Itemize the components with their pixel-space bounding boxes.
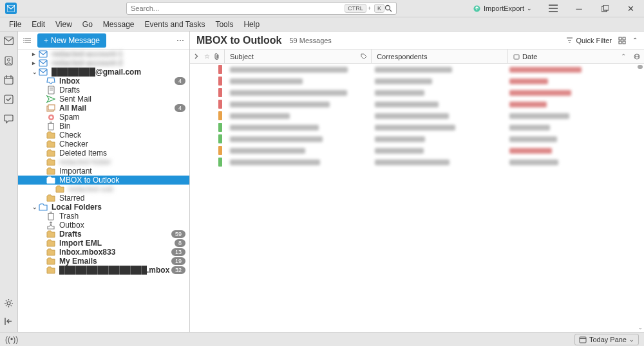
folder-mbox-to-outlook[interactable]: MBOX to Outlook [18,176,189,185]
more-options-icon[interactable]: ⋯ [176,36,184,45]
message-list[interactable]: ⌄ [190,64,644,332]
local-folders-root[interactable]: ⌄Local Folders [18,203,189,212]
tree-chevron-icon[interactable]: ▸ [32,60,39,66]
subject-column-label: Subject [230,53,254,60]
vertical-scrollbar[interactable]: ⌄ [636,64,644,332]
subject-blur [230,67,348,73]
local-folder-import-eml[interactable]: Import EML8 [18,239,189,248]
thread-column-icon[interactable] [194,53,200,59]
message-row[interactable] [190,75,644,87]
svg-point-21 [23,42,24,43]
menu-help[interactable]: Help [238,19,265,30]
svg-rect-35 [48,214,53,220]
col-mini-icons[interactable]: ☆ [190,50,225,63]
menubar: File Edit View Go Message Events and Tas… [0,17,644,32]
folder-icon [46,158,55,167]
message-row[interactable] [190,156,644,168]
message-row[interactable] [190,133,644,145]
tag-column-icon[interactable] [361,53,367,60]
local-folder-trash[interactable]: Trash [18,212,189,221]
main-area: + New Message ⋯ ▸redacted-account-1▸reda… [0,32,644,332]
folder-mode-icon[interactable] [23,37,32,44]
settings-rail-icon[interactable] [4,298,14,309]
account-item[interactable]: ▸redacted-account-1 [18,50,189,59]
subject-column-header[interactable]: Subject [225,50,372,63]
folder-label: Important [59,167,185,176]
folder-icon [46,239,55,248]
menu-message[interactable]: Message [98,19,140,30]
local-folder-outbox[interactable]: Outbox [18,221,189,230]
folder-checker[interactable]: Checker [18,140,189,149]
quick-filter-button[interactable]: Quick Filter [566,37,612,44]
chat-rail-icon[interactable] [4,114,14,124]
folder-icon [46,167,55,176]
unread-badge: 4 [175,104,185,112]
app-icon[interactable] [5,3,17,14]
collapse-rail-icon[interactable] [4,316,14,327]
menu-go[interactable]: Go [77,19,98,30]
star-column-icon[interactable]: ☆ [204,53,210,60]
folder-inbox[interactable]: Inbox4 [18,77,189,86]
tree-chevron-icon[interactable]: ⌄ [32,204,39,210]
import-export-button[interactable]: ImportExport ⌄ [469,3,536,14]
folder-drafts[interactable]: Drafts [18,86,189,95]
scroll-thumb[interactable] [638,65,643,69]
local-folder-drafts[interactable]: Drafts59 [18,230,189,239]
scroll-down-icon[interactable]: ⌄ [638,325,643,331]
column-picker-icon[interactable] [634,53,640,60]
online-status-icon[interactable]: ((•)) [5,335,18,344]
local-folder-my-emails[interactable]: My Emails19 [18,257,189,266]
expand-up-icon[interactable]: ⌃ [632,37,638,44]
date-column-header[interactable]: Date ⌃ [508,50,644,63]
tasks-rail-icon[interactable] [4,95,14,105]
folder-label: Outbox [59,221,185,230]
message-row[interactable] [190,145,644,156]
local-folder--mbox[interactable]: ████████████████.mbox32 [18,266,189,275]
message-row[interactable] [190,87,644,98]
local-folder-inbox-mbox833[interactable]: Inbox.mbox83313 [18,248,189,257]
calendar-rail-icon[interactable] [4,75,14,86]
account-item[interactable]: ▸redacted-account-2 [18,59,189,68]
correspondents-column-header[interactable]: Correspondents [372,50,508,63]
new-message-button[interactable]: + New Message [37,33,106,48]
message-row[interactable] [190,110,644,122]
menu-edit[interactable]: Edit [26,19,50,30]
subject-blur [230,102,330,107]
sort-indicator-icon[interactable]: ⌃ [621,53,626,60]
folder-deleted-items[interactable]: Deleted Items [18,149,189,158]
tree-chevron-icon[interactable]: ▸ [32,51,39,57]
close-button[interactable]: ✕ [622,1,639,15]
maximize-button[interactable] [596,1,613,15]
search-input[interactable] [131,5,343,12]
folder-check[interactable]: Check [18,131,189,140]
search-box[interactable]: CTRL + K [126,2,397,15]
today-pane-button[interactable]: Today Pane ⌄ [574,334,639,345]
display-options-icon[interactable] [618,37,626,44]
folder-all-mail[interactable]: All Mail4 [18,104,189,113]
folder-bin[interactable]: Bin [18,122,189,131]
hamburger-menu-icon[interactable] [545,1,562,15]
search-icon[interactable] [384,5,392,12]
menu-view[interactable]: View [50,19,77,30]
folder-important[interactable]: Important [18,167,189,176]
folder-sent-mail[interactable]: Sent Mail [18,95,189,104]
svg-point-19 [23,38,24,39]
mail-rail-icon[interactable] [4,37,14,47]
message-row[interactable] [190,122,644,133]
message-row[interactable] [190,64,644,75]
attachment-column-icon[interactable] [214,53,220,60]
folder-spam[interactable]: Spam [18,113,189,122]
menu-file[interactable]: File [4,19,26,30]
menu-tools[interactable]: Tools [210,19,238,30]
minimize-button[interactable]: ─ [571,1,587,15]
menu-events-tasks[interactable]: Events and Tasks [140,19,211,30]
folder-redacted-sub[interactable]: redacted-sub [18,185,189,194]
tree-chevron-icon[interactable]: ⌄ [32,69,39,75]
folder-redacted-folder[interactable]: redacted-folder [18,158,189,167]
addressbook-rail-icon[interactable] [4,56,14,66]
message-row[interactable] [190,98,644,110]
date-blur [509,90,571,96]
account-item[interactable]: ⌄████████@gmail.com [18,68,189,77]
category-color-strip [218,158,222,167]
folder-starred[interactable]: Starred [18,194,189,203]
